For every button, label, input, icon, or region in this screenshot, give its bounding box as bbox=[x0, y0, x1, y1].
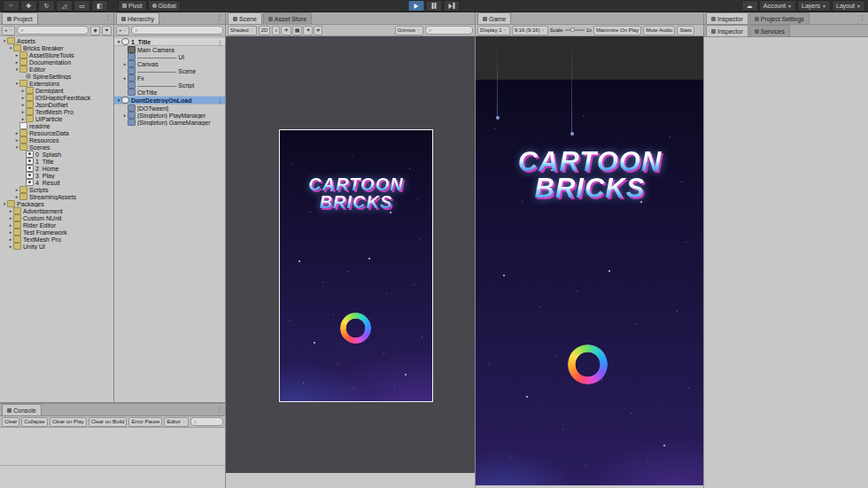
project-tree-item[interactable]: ▸UIParticle bbox=[0, 115, 113, 122]
console-collapse-button[interactable]: Collapse bbox=[21, 417, 47, 427]
tab-game[interactable]: Game bbox=[477, 12, 511, 24]
gizmos-dropdown[interactable]: Gizmos ▼ bbox=[395, 26, 423, 35]
panel-menu-icon[interactable]: ⋮ bbox=[216, 14, 222, 21]
project-tree-item[interactable]: 0_Splash bbox=[0, 151, 113, 158]
console-search-field[interactable]: ⌕ bbox=[190, 417, 223, 426]
panel-menu-icon[interactable]: ⋮ bbox=[217, 39, 225, 45]
collab-cloud-button[interactable]: ☁ bbox=[741, 0, 758, 12]
console-log-area[interactable] bbox=[0, 428, 225, 488]
project-tree-item[interactable]: ▸Test Framework bbox=[0, 229, 113, 236]
project-tree-item[interactable]: SpineSettings bbox=[0, 73, 113, 80]
hierarchy-item[interactable]: (Singleton) GameManager bbox=[114, 119, 225, 126]
aspect-ratio-dropdown[interactable]: 9:16 (9:16) ▼ bbox=[512, 26, 548, 35]
hierarchy-item[interactable]: Main Camera bbox=[114, 46, 225, 53]
rotate-tool-button[interactable]: ↻ bbox=[38, 0, 55, 12]
search-by-type-button[interactable]: ◈ bbox=[90, 26, 100, 35]
project-tree-item[interactable]: 3_Play bbox=[0, 172, 113, 179]
project-tree-item[interactable]: 2_Home bbox=[0, 165, 113, 172]
pivot-toggle-button[interactable]: Pivot bbox=[118, 0, 147, 12]
tab-hierarchy[interactable]: Hierarchy bbox=[116, 12, 159, 24]
tab-inspector[interactable]: Inspector bbox=[706, 12, 748, 24]
global-toggle-button[interactable]: Global bbox=[148, 0, 181, 12]
project-tree-item[interactable]: ▸ResourceData bbox=[0, 129, 113, 136]
project-tree-item[interactable]: ▸iOSHapticFeedback bbox=[0, 94, 113, 101]
panel-menu-icon[interactable]: ⋮ bbox=[859, 14, 865, 21]
project-tree-item[interactable]: ▸StreamingAssets bbox=[0, 193, 113, 200]
scene-lighting-button[interactable]: ☀ bbox=[281, 26, 291, 35]
hierarchy-item[interactable]: ------------------- Scene bbox=[114, 67, 225, 74]
console-splitter[interactable] bbox=[0, 465, 225, 466]
project-tree-item[interactable]: ▸Unity UI bbox=[0, 243, 113, 250]
scale-slider-knob[interactable] bbox=[570, 27, 575, 32]
project-tree-item[interactable]: ▸Advertisement bbox=[0, 207, 113, 214]
account-dropdown[interactable]: Account ▼ bbox=[759, 0, 796, 12]
panel-menu-icon[interactable]: ⋮ bbox=[217, 97, 225, 104]
tab-scene[interactable]: Scene bbox=[228, 12, 262, 24]
scene-audio-button[interactable]: ♪ bbox=[272, 26, 280, 35]
project-tree-item[interactable]: ▸Documentation bbox=[0, 58, 113, 66]
project-tree-item[interactable]: ▸TextMesh Pro bbox=[0, 108, 113, 115]
hierarchy-scene-row[interactable]: ▾DontDestroyOnLoad⋮ bbox=[114, 96, 225, 105]
tab-console[interactable]: Console bbox=[2, 404, 42, 415]
scale-slider[interactable] bbox=[565, 29, 585, 31]
game-viewport[interactable]: CARTOON BRICKS bbox=[476, 36, 703, 488]
project-tree-item[interactable]: ▾Packages bbox=[0, 200, 113, 207]
project-search-field[interactable]: ⌕ bbox=[17, 26, 89, 35]
hierarchy-item[interactable]: ▸Canvas bbox=[114, 60, 225, 67]
step-button[interactable] bbox=[444, 0, 461, 12]
console-editor-dropdown[interactable]: Editor ▼ bbox=[164, 417, 189, 427]
layers-dropdown[interactable]: Layers ▼ bbox=[797, 0, 831, 12]
hierarchy-item[interactable]: ▸(Singleton) PlayManager bbox=[114, 112, 225, 119]
mute-audio-button[interactable]: Mute Audio bbox=[643, 26, 675, 35]
scene-canvas-preview[interactable]: CARTOON BRICKS bbox=[279, 129, 433, 402]
console-clear-on-play-button[interactable]: Clear on Play bbox=[50, 417, 87, 427]
stats-button[interactable]: Stats bbox=[677, 26, 694, 35]
panel-menu-icon[interactable]: ⋮ bbox=[105, 14, 111, 21]
scale-tool-button[interactable]: ◿ bbox=[56, 0, 73, 12]
project-tree-item[interactable]: readme bbox=[0, 122, 113, 129]
scene-grid-button[interactable]: # bbox=[314, 26, 322, 35]
hand-tool-button[interactable]: ☞ bbox=[3, 0, 19, 12]
project-tree-item[interactable]: ▸Custom NUnit bbox=[0, 214, 113, 221]
hierarchy-item[interactable]: ▸Fx bbox=[114, 74, 225, 81]
maximize-on-play-button[interactable]: Maximize On Play bbox=[593, 26, 641, 35]
console-error-pause-button[interactable]: Error Pause bbox=[128, 417, 162, 427]
scene-search-field[interactable]: ⌕ bbox=[425, 26, 473, 35]
hierarchy-search-input[interactable] bbox=[140, 27, 220, 33]
project-tree-item[interactable]: ▾Bricks Breaker bbox=[0, 44, 113, 51]
project-tree-item[interactable]: ▾Extensions bbox=[0, 80, 113, 87]
create-asset-button[interactable]: + ▼ bbox=[2, 26, 15, 35]
move-tool-button[interactable]: ✚ bbox=[20, 0, 37, 12]
project-tree-item[interactable]: 1_Title bbox=[0, 158, 113, 165]
scene-effects-button[interactable]: ✦ bbox=[303, 26, 313, 35]
pause-button[interactable] bbox=[426, 0, 443, 12]
hierarchy-search-field[interactable]: ⌕ bbox=[131, 26, 223, 35]
project-tree-item[interactable]: ▸Rider Editor bbox=[0, 221, 113, 229]
hierarchy-item[interactable]: [DOTween] bbox=[114, 105, 225, 112]
hierarchy-item[interactable]: ------------------- Script bbox=[114, 81, 225, 89]
rect-tool-button[interactable]: ▭ bbox=[74, 0, 90, 12]
create-object-button[interactable]: + ▼ bbox=[116, 26, 129, 35]
project-tree-item[interactable]: ▸Resources bbox=[0, 136, 113, 143]
console-clear-on-build-button[interactable]: Clear on Build bbox=[89, 417, 128, 427]
project-tree-item[interactable]: ▸JsonDotNet bbox=[0, 101, 113, 108]
project-tree-item[interactable]: ▸AssetStoreTools bbox=[0, 51, 113, 58]
console-clear-button[interactable]: Clear bbox=[2, 417, 19, 427]
project-tree-item[interactable]: ▸TextMesh Pro bbox=[0, 236, 113, 243]
tab-project-settings[interactable]: Project Settings bbox=[749, 12, 810, 24]
project-tree-item[interactable]: ▸Demigiant bbox=[0, 87, 113, 94]
scene-skybox-button[interactable]: ▦ bbox=[292, 26, 303, 35]
display-dropdown[interactable]: Display 1 ▼ bbox=[477, 26, 510, 35]
project-tree-item[interactable]: ▾Assets bbox=[0, 37, 113, 44]
2d-toggle-button[interactable]: 2D bbox=[259, 26, 271, 35]
hierarchy-item[interactable]: CtrTitle bbox=[114, 89, 225, 96]
project-tree-item[interactable]: 4_Result bbox=[0, 179, 113, 186]
tab-project[interactable]: Project bbox=[2, 12, 38, 24]
console-search-input[interactable] bbox=[198, 419, 220, 424]
layout-dropdown[interactable]: Layout ▼ bbox=[832, 0, 865, 12]
scene-search-input[interactable] bbox=[433, 27, 469, 33]
transform-tool-button[interactable]: ◧ bbox=[91, 0, 108, 12]
shading-mode-dropdown[interactable]: Shaded ▼ bbox=[228, 26, 257, 35]
game-canvas[interactable]: CARTOON BRICKS bbox=[476, 80, 703, 485]
tab-services[interactable]: Services bbox=[749, 25, 790, 36]
